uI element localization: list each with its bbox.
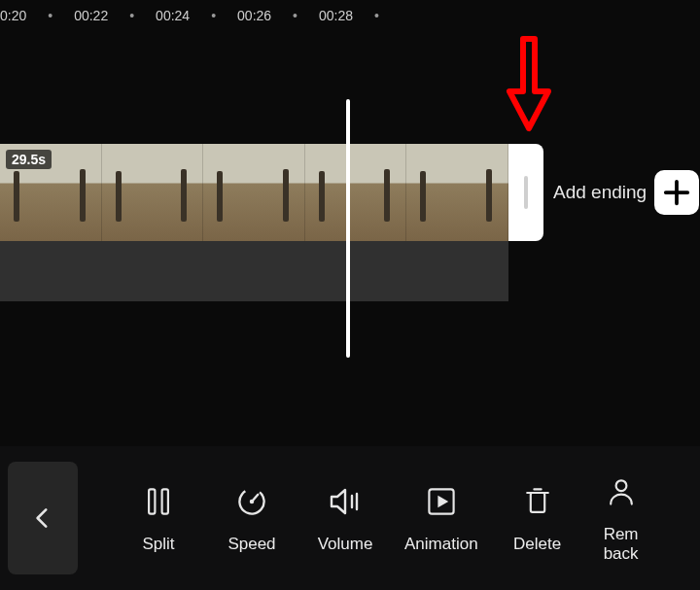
ruler-tick-label: 00:22: [74, 8, 108, 23]
svg-rect-9: [530, 493, 543, 512]
svg-point-11: [615, 480, 626, 491]
trash-icon: [518, 482, 557, 521]
clip-thumbnail: [203, 144, 305, 241]
tool-speed[interactable]: Speed: [218, 482, 286, 554]
tool-split[interactable]: Split: [124, 482, 192, 554]
tool-animation[interactable]: Animation: [404, 482, 478, 554]
svg-point-4: [250, 500, 255, 504]
clip-trim-handle-grip: [524, 176, 528, 209]
playhead[interactable]: [346, 99, 350, 358]
plus-icon: [662, 178, 691, 207]
clip-thumbnail: [102, 144, 204, 241]
clip-thumbnail: [305, 144, 407, 241]
annotation-arrow-icon: [506, 35, 552, 132]
tool-delete[interactable]: Delete: [504, 482, 572, 554]
svg-rect-1: [162, 489, 168, 513]
tool-label: Speed: [228, 535, 275, 554]
add-ending-label[interactable]: Add ending: [553, 182, 647, 203]
ruler-tick-label: 00:28: [319, 8, 353, 23]
tool-label: Animation: [404, 535, 478, 554]
tool-volume[interactable]: Volume: [311, 482, 379, 554]
tool-label: Rem back: [604, 525, 639, 564]
tool-label: Split: [142, 535, 174, 554]
chevron-left-icon: [30, 505, 55, 531]
clip-thumbnail: [406, 144, 508, 241]
secondary-track[interactable]: [0, 241, 508, 301]
svg-rect-0: [149, 489, 155, 513]
ruler-dot: •: [374, 8, 379, 23]
ruler-tick-label: 00:26: [237, 8, 271, 23]
back-button[interactable]: [8, 462, 78, 574]
video-track[interactable]: 29.5s Add ending: [0, 144, 700, 241]
clip-duration-badge: 29.5s: [6, 150, 52, 169]
ruler-tick-label: 0:20: [0, 8, 26, 23]
tool-remove-background[interactable]: Rem back: [597, 472, 646, 564]
add-ending-button[interactable]: [654, 170, 699, 215]
animation-icon: [422, 482, 461, 521]
volume-icon: [326, 482, 365, 521]
ruler-tick-label: 00:24: [156, 8, 190, 23]
edit-toolbar: Split Speed Volume Anim: [0, 446, 700, 590]
ruler-dot: •: [211, 8, 216, 23]
remove-background-icon: [602, 472, 641, 511]
split-icon: [139, 482, 178, 521]
ruler-dot: •: [48, 8, 52, 23]
clip-trim-handle[interactable]: [508, 144, 543, 241]
ruler-dot: •: [293, 8, 298, 23]
video-clip[interactable]: 29.5s: [0, 144, 508, 241]
speed-icon: [232, 482, 271, 521]
time-ruler[interactable]: 0:20 • 00:22 • 00:24 • 00:26 • 00:28 •: [0, 0, 700, 27]
tool-label: Delete: [513, 535, 561, 554]
tool-label: Volume: [318, 535, 373, 554]
ruler-dot: •: [129, 8, 134, 23]
